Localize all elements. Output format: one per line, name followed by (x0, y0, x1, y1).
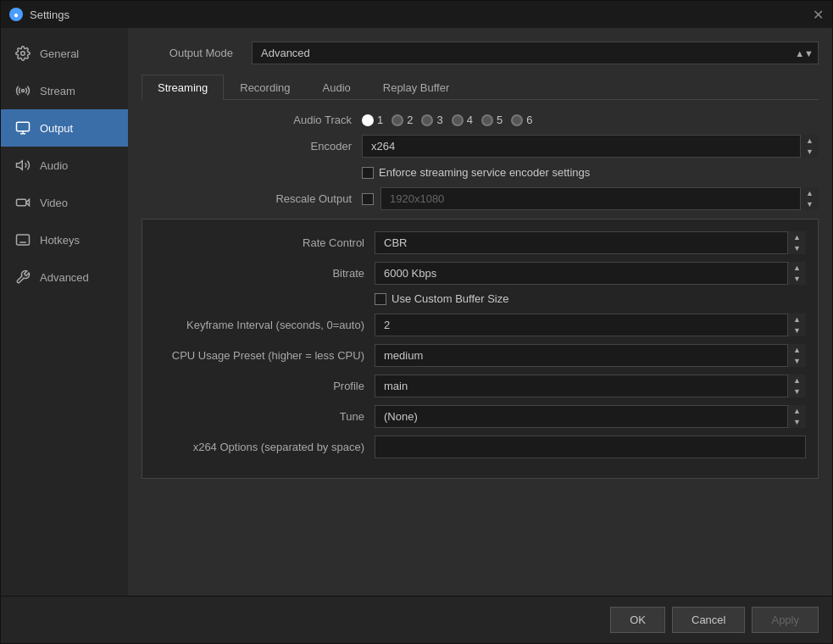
svg-rect-2 (17, 122, 30, 131)
rescale-down[interactable]: ▼ (801, 199, 819, 211)
hotkeys-icon (14, 231, 31, 248)
track-2-radio[interactable] (392, 114, 403, 126)
keyframe-select[interactable]: 2 (375, 314, 806, 336)
x264-options-input[interactable] (375, 436, 806, 458)
rescale-up[interactable]: ▲ (801, 187, 819, 199)
tune-down[interactable]: ▼ (788, 417, 806, 429)
cpu-usage-spinner: ▲ ▼ (787, 344, 806, 367)
window-title: Settings (30, 8, 69, 21)
output-icon (14, 119, 31, 136)
cpu-usage-row: CPU Usage Preset (higher = less CPU) med… (154, 344, 806, 367)
x264-options-row: x264 Options (separated by space) (154, 436, 806, 458)
track-3: 3 (421, 114, 442, 126)
sidebar-video-label: Video (40, 197, 68, 209)
profile-up[interactable]: ▲ (788, 375, 806, 386)
track-1-radio[interactable] (362, 114, 374, 126)
rescale-label: Rescale Output (142, 192, 362, 205)
rescale-spinner: ▲ ▼ (800, 187, 819, 210)
track-5-label: 5 (497, 114, 503, 126)
sidebar-stream-label: Stream (40, 85, 75, 97)
tune-label: Tune (154, 410, 375, 423)
rate-control-label: Rate Control (154, 236, 375, 249)
audio-track-row: Audio Track 1 2 3 (142, 114, 819, 126)
tune-select[interactable]: (None) (375, 405, 806, 428)
tab-replay-buffer[interactable]: Replay Buffer (367, 75, 466, 100)
bitrate-select[interactable]: 6000 Kbps (375, 262, 806, 285)
sidebar-item-stream[interactable]: Stream (1, 72, 128, 109)
rate-control-up[interactable]: ▲ (788, 231, 806, 243)
custom-buffer-label[interactable]: Use Custom Buffer Size (375, 292, 508, 305)
track-4: 4 (452, 114, 473, 126)
sidebar-advanced-label: Advanced (40, 271, 89, 284)
custom-buffer-checkbox[interactable] (375, 293, 386, 305)
sidebar-general-label: General (40, 47, 79, 60)
bitrate-down[interactable]: ▼ (788, 274, 806, 286)
streaming-section: Audio Track 1 2 3 (142, 114, 819, 479)
bitrate-wrapper: 6000 Kbps ▲ ▼ (375, 262, 806, 285)
x264-options-wrapper (375, 436, 806, 458)
profile-down[interactable]: ▼ (788, 386, 806, 398)
svg-point-1 (22, 90, 25, 92)
title-bar-left: ● Settings (9, 8, 69, 21)
audio-tracks: 1 2 3 4 (362, 114, 819, 126)
app-icon: ● (9, 8, 23, 21)
video-icon (14, 194, 31, 211)
tune-spinner: ▲ ▼ (787, 405, 806, 428)
rescale-checkbox[interactable] (362, 193, 374, 205)
encoder-wrapper: x264 ▲ ▼ (362, 135, 819, 158)
keyframe-up[interactable]: ▲ (788, 314, 806, 325)
cancel-button[interactable]: Cancel (672, 607, 745, 633)
rescale-select[interactable]: 1920x1080 (380, 187, 819, 210)
track-4-radio[interactable] (452, 114, 464, 126)
tune-up[interactable]: ▲ (788, 405, 806, 417)
tab-streaming[interactable]: Streaming (142, 75, 224, 100)
sidebar-item-advanced[interactable]: Advanced (1, 258, 128, 296)
bitrate-spinner: ▲ ▼ (787, 262, 806, 285)
advanced-icon (14, 269, 31, 286)
rate-control-select[interactable]: CBR (375, 231, 806, 254)
enforce-label[interactable]: Enforce streaming service encoder settin… (362, 166, 590, 179)
output-mode-select[interactable]: Advanced (252, 42, 819, 64)
track-3-radio[interactable] (421, 114, 433, 126)
sidebar-item-audio[interactable]: Audio (1, 147, 128, 184)
apply-button[interactable]: Apply (752, 607, 819, 633)
keyframe-down[interactable]: ▼ (788, 325, 806, 337)
tab-recording[interactable]: Recording (224, 75, 306, 100)
rate-control-down[interactable]: ▼ (788, 243, 806, 255)
bitrate-up[interactable]: ▲ (788, 262, 806, 274)
track-6-radio[interactable] (511, 114, 523, 126)
svg-point-0 (21, 52, 25, 56)
track-5-radio[interactable] (481, 114, 493, 126)
encoder-down[interactable]: ▼ (801, 147, 819, 158)
enforce-checkbox[interactable] (362, 167, 374, 179)
sidebar-hotkeys-label: Hotkeys (40, 234, 80, 247)
cpu-usage-select[interactable]: medium (375, 344, 806, 367)
sidebar-item-output[interactable]: Output (1, 109, 128, 147)
rate-control-row: Rate Control CBR ▲ ▼ (154, 231, 806, 254)
encoder-select[interactable]: x264 (362, 135, 819, 158)
ok-button[interactable]: OK (610, 607, 665, 633)
enforce-row: Enforce streaming service encoder settin… (142, 166, 819, 179)
encoder-row: Encoder x264 ▲ ▼ (142, 135, 819, 158)
close-button[interactable]: ✕ (812, 8, 824, 20)
keyframe-wrapper: 2 ▲ ▼ (375, 314, 806, 336)
main-panel: Output Mode Advanced ▲▼ Streaming Record… (128, 28, 832, 596)
cpu-up[interactable]: ▲ (788, 344, 806, 356)
sidebar-item-hotkeys[interactable]: Hotkeys (1, 221, 128, 258)
track-4-label: 4 (467, 114, 473, 126)
encoder-spinner: ▲ ▼ (800, 135, 819, 158)
tab-audio[interactable]: Audio (307, 75, 367, 100)
cpu-down[interactable]: ▼ (788, 356, 806, 368)
profile-select[interactable]: main (375, 375, 806, 397)
encoder-up[interactable]: ▲ (801, 135, 819, 147)
rate-control-spinner: ▲ ▼ (787, 231, 806, 254)
custom-buffer-row: Use Custom Buffer Size (154, 292, 806, 305)
sidebar: General Stream (1, 28, 128, 596)
sidebar-item-general[interactable]: General (1, 35, 128, 72)
sidebar-item-video[interactable]: Video (1, 184, 128, 221)
bitrate-row: Bitrate 6000 Kbps ▲ ▼ (154, 262, 806, 285)
tune-wrapper: (None) ▲ ▼ (375, 405, 806, 428)
tab-bar: Streaming Recording Audio Replay Buffer (142, 75, 819, 100)
encoder-label: Encoder (142, 140, 362, 153)
bottom-bar: OK Cancel Apply (1, 596, 832, 643)
